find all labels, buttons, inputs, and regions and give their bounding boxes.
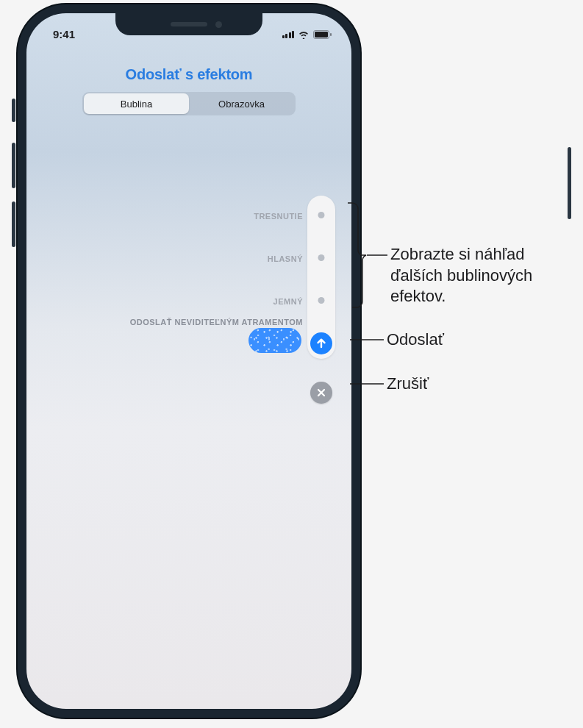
tab-bubble[interactable]: Bublina [84, 93, 189, 114]
close-icon [316, 388, 326, 398]
effect-dot-slam[interactable] [318, 212, 325, 218]
send-button[interactable] [310, 332, 332, 354]
effect-type-tabs[interactable]: Bublina Obrazovka [82, 92, 296, 115]
svg-rect-2 [330, 33, 332, 36]
cancel-button[interactable] [310, 382, 332, 404]
arrow-up-icon [315, 337, 328, 350]
phone-screen: 9:41 Odo [26, 13, 351, 709]
effects-pill[interactable]: TRESNUTIE HLASNÝ JEMNÝ ODOSLAŤ NEVIDITEĽ… [307, 196, 335, 359]
callout-send: Odoslať [350, 329, 444, 351]
callout-preview: Zobrazte si náhľad ďalších bublinových e… [346, 197, 574, 322]
effect-row-gentle[interactable]: JEMNÝ [273, 293, 303, 310]
battery-icon [313, 30, 332, 39]
invisible-ink-noise [248, 328, 301, 353]
effect-label-invisible-ink: ODOSLAŤ NEVIDITEĽNÝM ATRAMENTOM [130, 318, 303, 326]
callout-send-text: Odoslať [387, 329, 444, 351]
effects-selector: TRESNUTIE HLASNÝ JEMNÝ ODOSLAŤ NEVIDITEĽ… [307, 196, 335, 359]
message-bubble-invisible-ink [248, 328, 301, 353]
cellular-signal-icon [282, 31, 295, 38]
effect-label-slam: TRESNUTIE [254, 212, 303, 221]
status-icons [282, 30, 333, 39]
callout-preview-text: Zobrazte si náhľad ďalších bublinových e… [390, 244, 574, 307]
effect-row-slam[interactable]: TRESNUTIE [254, 207, 303, 225]
tab-screen[interactable]: Obrazovka [189, 93, 294, 114]
callout-cancel: Zrušiť [350, 374, 429, 395]
effect-label-gentle: JEMNÝ [273, 297, 303, 306]
effect-dot-loud[interactable] [318, 254, 325, 261]
callout-cancel-text: Zrušiť [387, 374, 429, 395]
page-title: Odoslať s efektom [26, 66, 351, 83]
phone-frame: 9:41 Odo [18, 4, 360, 718]
svg-rect-1 [315, 32, 328, 38]
phone-side-buttons [12, 99, 15, 260]
effect-dot-gentle[interactable] [318, 297, 325, 304]
header: Odoslať s efektom Bublina Obrazovka [26, 46, 351, 115]
status-time: 9:41 [53, 28, 75, 40]
effect-row-loud[interactable]: HLASNÝ [268, 250, 303, 268]
wifi-icon [298, 30, 310, 39]
phone-notch [115, 13, 262, 35]
effect-label-loud: HLASNÝ [268, 254, 303, 263]
